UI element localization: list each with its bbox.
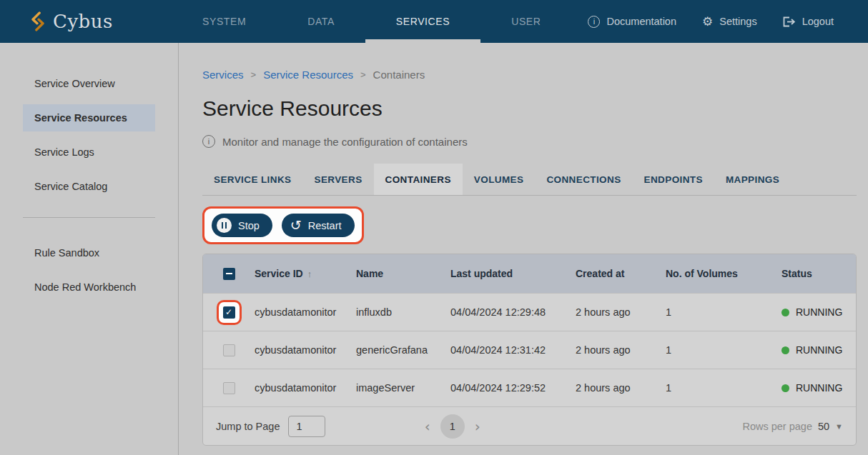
annotation-highlight-buttons: Stop ↺ Restart	[202, 206, 364, 244]
nav-item-user[interactable]: USER	[480, 0, 571, 43]
cell-last-updated: 04/04/2024 12:29:48	[450, 306, 576, 318]
breadcrumb-service-resources[interactable]: Service Resources	[263, 69, 353, 81]
subtitle-text: Monitor and manage the configuration of …	[222, 136, 468, 148]
breadcrumb: Services > Service Resources > Container…	[202, 69, 857, 81]
brand-name: Cybus	[53, 11, 113, 32]
cell-volumes: 1	[666, 306, 781, 318]
cell-service-id: cybusdatamonitor	[255, 306, 356, 318]
top-navbar: Cybus SYSTEM DATA SERVICES USER i Docume…	[0, 0, 868, 43]
jump-to-page-input[interactable]	[288, 416, 325, 437]
next-page-icon[interactable]: ›	[475, 418, 480, 435]
prev-page-icon[interactable]: ‹	[425, 418, 430, 435]
nav-item-system[interactable]: SYSTEM	[172, 0, 277, 43]
logout-label: Logout	[802, 16, 834, 27]
table-footer: Jump to Page ‹ 1 › Rows per page 50 ▼	[203, 406, 856, 445]
column-header-volumes[interactable]: No. of Volumes	[666, 268, 781, 279]
column-header-service-id[interactable]: Service ID↑	[255, 268, 356, 279]
column-header-status[interactable]: Status	[781, 268, 856, 279]
chevron-down-icon[interactable]: ▼	[835, 422, 843, 431]
info-icon: i	[588, 16, 600, 28]
main-content: Services > Service Resources > Container…	[179, 43, 868, 455]
resource-tabs: SERVICE LINKS SERVERS CONTAINERS VOLUMES…	[202, 164, 857, 196]
cell-name: genericGrafana	[356, 344, 450, 356]
sidebar-item-node-red-workbench[interactable]: Node Red Workbench	[0, 274, 178, 301]
table-header-row: Service ID↑ Name Last updated Created at…	[203, 254, 856, 293]
cell-name: imageServer	[356, 382, 450, 394]
select-all-checkbox[interactable]	[223, 268, 235, 280]
settings-button[interactable]: ⚙ Settings	[702, 16, 757, 28]
status-badge: RUNNING	[781, 344, 856, 356]
sidebar-item-rule-sandbox[interactable]: Rule Sandbox	[0, 239, 178, 266]
page-title: Service Resources	[202, 96, 857, 121]
container-actions-toolbar: Stop ↺ Restart	[202, 206, 857, 244]
current-page-button[interactable]: 1	[440, 414, 465, 439]
breadcrumb-services[interactable]: Services	[202, 69, 244, 81]
cell-created-at: 2 hours ago	[576, 382, 666, 394]
documentation-label: Documentation	[606, 16, 676, 27]
logout-icon	[783, 16, 796, 27]
gear-icon: ⚙	[702, 16, 713, 28]
restart-button-label: Restart	[308, 220, 342, 231]
row-checkbox-checked[interactable]: ✓	[223, 306, 235, 319]
cell-created-at: 2 hours ago	[576, 344, 666, 356]
row-checkbox[interactable]	[223, 344, 235, 356]
status-dot-green	[781, 346, 789, 354]
status-dot-green	[781, 309, 789, 316]
table-row-genericgrafana[interactable]: cybusdatamonitor genericGrafana 04/04/20…	[203, 331, 856, 369]
nav-item-data[interactable]: DATA	[277, 0, 365, 43]
status-label: RUNNING	[796, 382, 842, 394]
table-row-influxdb[interactable]: ✓ cybusdatamonitor influxdb 04/04/2024 1…	[203, 293, 856, 331]
brand[interactable]: Cybus	[0, 11, 172, 32]
sidebar-item-service-catalog[interactable]: Service Catalog	[0, 173, 178, 200]
tab-servers[interactable]: SERVERS	[302, 164, 373, 195]
breadcrumb-containers: Containers	[373, 69, 425, 81]
settings-label: Settings	[719, 16, 756, 27]
stop-button-label: Stop	[238, 220, 260, 231]
column-header-name[interactable]: Name	[356, 268, 450, 279]
cell-service-id: cybusdatamonitor	[255, 344, 356, 356]
status-label: RUNNING	[796, 344, 842, 356]
sidebar: Service Overview Service Resources Servi…	[0, 43, 179, 455]
status-dot-green	[781, 384, 789, 392]
status-label: RUNNING	[796, 306, 842, 318]
documentation-button[interactable]: i Documentation	[588, 16, 676, 28]
nav-item-services[interactable]: SERVICES	[365, 0, 480, 43]
nav-actions: i Documentation ⚙ Settings Logout	[588, 16, 868, 28]
stop-button[interactable]: Stop	[212, 214, 272, 237]
column-header-created-at[interactable]: Created at	[576, 268, 666, 279]
sidebar-item-service-logs[interactable]: Service Logs	[0, 139, 178, 166]
cell-last-updated: 04/04/2024 12:31:42	[450, 344, 576, 356]
rows-per-page-label: Rows per page	[742, 421, 812, 432]
logout-button[interactable]: Logout	[783, 16, 834, 27]
tab-mappings[interactable]: MAPPINGS	[714, 164, 791, 195]
breadcrumb-separator: >	[360, 69, 366, 80]
restart-button[interactable]: ↺ Restart	[282, 214, 355, 237]
cell-volumes: 1	[666, 382, 781, 394]
sidebar-divider	[23, 217, 155, 218]
tab-volumes[interactable]: VOLUMES	[463, 164, 536, 195]
primary-nav: SYSTEM DATA SERVICES USER	[172, 0, 572, 43]
pager: ‹ 1 ›	[425, 414, 480, 439]
page-subtitle: i Monitor and manage the configuration o…	[202, 135, 857, 148]
annotation-highlight-checkbox: ✓	[217, 300, 242, 325]
tab-service-links[interactable]: SERVICE LINKS	[202, 164, 302, 195]
jump-to-page-label: Jump to Page	[216, 421, 280, 432]
row-checkbox[interactable]	[223, 382, 235, 394]
table-row-imageserver[interactable]: cybusdatamonitor imageServer 04/04/2024 …	[203, 369, 856, 406]
sort-asc-icon: ↑	[307, 269, 312, 279]
rows-per-page: Rows per page 50 ▼	[742, 421, 843, 432]
restart-icon: ↺	[290, 219, 302, 232]
status-badge: RUNNING	[781, 382, 856, 394]
rows-per-page-value[interactable]: 50	[818, 421, 829, 432]
sidebar-item-service-resources[interactable]: Service Resources	[23, 104, 155, 131]
breadcrumb-separator: >	[251, 69, 257, 80]
cell-volumes: 1	[666, 344, 781, 356]
tab-connections[interactable]: CONNECTIONS	[535, 164, 632, 195]
pause-icon	[217, 218, 232, 233]
sidebar-item-service-overview[interactable]: Service Overview	[0, 70, 178, 97]
tab-endpoints[interactable]: ENDPOINTS	[633, 164, 714, 195]
column-header-last-updated[interactable]: Last updated	[450, 268, 576, 279]
status-badge: RUNNING	[781, 306, 856, 318]
cell-created-at: 2 hours ago	[576, 306, 666, 318]
tab-containers[interactable]: CONTAINERS	[374, 164, 463, 195]
